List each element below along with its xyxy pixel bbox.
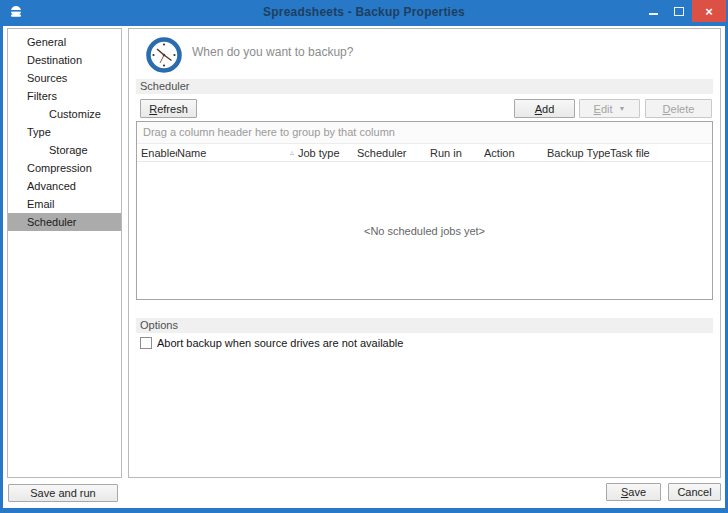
delete-button[interactable]: Delete (645, 99, 712, 118)
column-header-name[interactable]: Name ▵ (177, 147, 298, 159)
sidebar-item-email[interactable]: Email (8, 195, 121, 213)
table-header-row: Enabled Name ▵ Job type Scheduler Run in… (137, 144, 712, 162)
sidebar-item-sources[interactable]: Sources (8, 69, 121, 87)
close-button[interactable]: × (692, 0, 726, 22)
empty-state-message: <No scheduled jobs yet> (364, 225, 485, 237)
backup-properties-window: Spreadsheets - Backup Properties × Gener… (0, 0, 728, 513)
cancel-button[interactable]: Cancel (668, 483, 721, 501)
abort-backup-checkbox[interactable] (140, 337, 152, 349)
titlebar: Spreadsheets - Backup Properties × (0, 0, 728, 26)
scheduled-jobs-table: Drag a column header here to group by th… (136, 121, 713, 300)
window-controls: × (640, 0, 726, 22)
scheduler-page: When do you want to backup? Scheduler Re… (128, 28, 721, 478)
column-header-name-label: Name (177, 147, 206, 159)
sidebar-item-compression[interactable]: Compression (8, 159, 121, 177)
column-header-scheduler[interactable]: Scheduler (357, 147, 430, 159)
column-header-action[interactable]: Action (484, 147, 547, 159)
refresh-button-label: Refresh (149, 103, 188, 115)
maximize-button[interactable] (666, 0, 692, 22)
sidebar-item-scheduler[interactable]: Scheduler (8, 213, 121, 231)
sidebar-item-advanced[interactable]: Advanced (8, 177, 121, 195)
window-title: Spreadsheets - Backup Properties (0, 0, 728, 24)
options-section-header: Options (136, 318, 713, 333)
table-body: <No scheduled jobs yet> (137, 162, 712, 299)
sidebar-item-customize[interactable]: Customize (8, 105, 121, 123)
abort-backup-checkbox-label: Abort backup when source drives are not … (157, 337, 403, 349)
column-header-job-type[interactable]: Job type (298, 147, 357, 159)
scheduler-section-header: Scheduler (136, 79, 713, 94)
close-icon: × (705, 4, 713, 19)
sidebar-item-filters[interactable]: Filters (8, 87, 121, 105)
edit-dropdown-icon: ▼ (619, 105, 626, 112)
save-button[interactable]: Save (606, 483, 661, 501)
add-button-label: Add (535, 103, 555, 115)
clock-icon (146, 37, 182, 73)
sidebar-item-destination[interactable]: Destination (8, 51, 121, 69)
edit-button-label: Edit (594, 103, 613, 115)
save-button-label: Save (621, 486, 646, 498)
footer-bar: Save and run Save Cancel (3, 478, 725, 508)
add-button[interactable]: Add (514, 99, 575, 118)
maximize-icon (674, 7, 684, 16)
edit-button[interactable]: Edit ▼ (579, 99, 640, 118)
column-header-task-file[interactable]: Task file (610, 147, 712, 159)
save-and-run-button[interactable]: Save and run (8, 484, 118, 502)
column-header-enabled[interactable]: Enabled (141, 147, 177, 159)
delete-button-label: Delete (663, 103, 695, 115)
minimize-icon (649, 13, 658, 15)
column-header-run-in[interactable]: Run in (430, 147, 484, 159)
column-header-backup-type[interactable]: Backup Type (547, 147, 610, 159)
sidebar-item-storage[interactable]: Storage (8, 141, 121, 159)
page-question: When do you want to backup? (192, 45, 353, 59)
refresh-button[interactable]: Refresh (140, 99, 197, 118)
sort-ascending-icon: ▵ (290, 148, 294, 157)
save-and-run-button-label: Save and run (30, 487, 95, 499)
settings-nav: General Destination Sources Filters Cust… (7, 28, 122, 478)
group-by-dropzone[interactable]: Drag a column header here to group by th… (137, 122, 712, 144)
sidebar-item-type[interactable]: Type (8, 123, 121, 141)
abort-backup-option: Abort backup when source drives are not … (140, 337, 403, 349)
minimize-button[interactable] (640, 0, 666, 22)
cancel-button-label: Cancel (677, 486, 711, 498)
sidebar-item-general[interactable]: General (8, 33, 121, 51)
